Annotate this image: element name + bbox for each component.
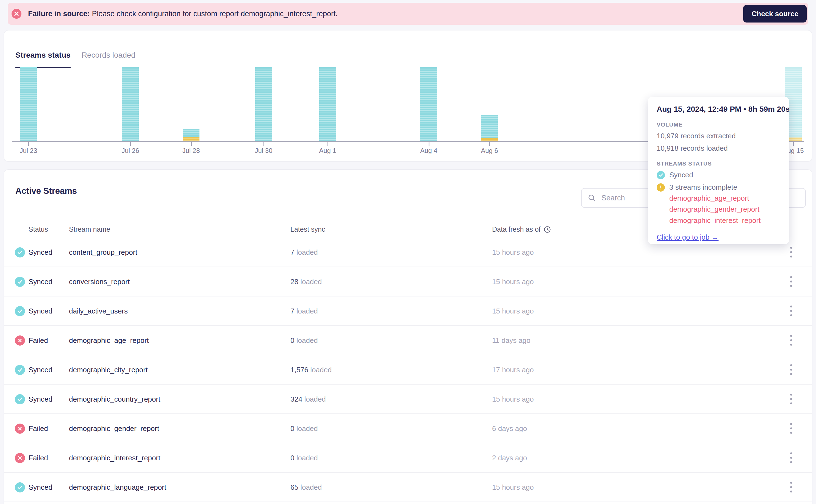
chart-bar-warning-segment xyxy=(481,138,498,141)
latest-sync-value: 0 loaded xyxy=(291,453,318,462)
axis-tick-label: Jul 26 xyxy=(121,147,139,155)
data-fresh-value: 15 hours ago xyxy=(492,395,534,403)
latest-sync-value: 324 loaded xyxy=(291,395,326,403)
incomplete-stream-link[interactable]: demographic_gender_report xyxy=(669,204,780,215)
row-menu-button[interactable] xyxy=(784,362,798,378)
chart-bar[interactable] xyxy=(122,67,139,141)
axis-tick-label: Jul 30 xyxy=(255,147,272,155)
status-label: Failed xyxy=(29,453,48,462)
status-badge-icon xyxy=(15,365,25,375)
data-fresh-value: 11 days ago xyxy=(492,336,530,345)
table-row: Synced demographic_country_report 324 lo… xyxy=(4,385,812,414)
latest-sync-value: 1,576 loaded xyxy=(291,365,332,374)
synced-check-icon xyxy=(657,171,665,179)
data-fresh-value: 15 hours ago xyxy=(492,248,534,256)
chart-bar[interactable] xyxy=(255,67,272,141)
axis-tick xyxy=(28,142,29,146)
status-label: Failed xyxy=(29,424,48,433)
chart-bar[interactable] xyxy=(319,67,336,141)
check-source-button[interactable]: Check source xyxy=(743,5,807,23)
row-menu-button[interactable] xyxy=(784,391,798,407)
data-fresh-value: 15 hours ago xyxy=(492,483,534,491)
table-row: Synced conversions_report 28 loaded 15 h… xyxy=(4,267,812,296)
axis-tick xyxy=(264,142,264,146)
records-loaded: 10,918 records loaded xyxy=(657,144,780,153)
status-badge-icon xyxy=(15,453,25,463)
col-status: Status xyxy=(29,225,48,233)
error-icon xyxy=(12,9,21,19)
data-fresh-value: 15 hours ago xyxy=(492,277,534,286)
status-badge-icon xyxy=(15,306,25,316)
stream-name: demographic_country_report xyxy=(69,395,160,403)
col-data-fresh: Data fresh as of xyxy=(492,225,551,233)
incomplete-stream-list: demographic_age_reportdemographic_gender… xyxy=(669,193,780,226)
col-latest-sync: Latest sync xyxy=(291,225,325,233)
row-menu-button[interactable] xyxy=(784,332,798,349)
status-label: Synced xyxy=(29,248,52,256)
row-menu-button[interactable] xyxy=(784,450,798,466)
chart-bar[interactable] xyxy=(481,115,498,141)
streams-status-label: STREAMS STATUS xyxy=(657,160,780,167)
chart-bar-warning-segment xyxy=(183,137,199,141)
chart-tooltip: Aug 15, 2024, 12:49 PM • 8h 59m 20s VOLU… xyxy=(648,97,789,244)
latest-sync-value: 7 loaded xyxy=(291,307,318,315)
stream-name: demographic_age_report xyxy=(69,336,149,345)
status-label: Synced xyxy=(29,483,52,491)
status-badge-icon xyxy=(15,482,25,492)
status-badge-icon xyxy=(15,335,25,346)
latest-sync-value: 7 loaded xyxy=(291,248,318,256)
data-fresh-value: 17 hours ago xyxy=(492,365,534,374)
latest-sync-value: 65 loaded xyxy=(291,483,322,491)
records-extracted: 10,979 records extracted xyxy=(657,132,780,140)
status-label: Synced xyxy=(29,365,52,374)
status-label: Synced xyxy=(29,395,52,403)
axis-tick xyxy=(793,142,794,146)
axis-tick-label: Aug 4 xyxy=(420,147,437,155)
row-menu-button[interactable] xyxy=(784,303,798,319)
axis-tick-label: Aug 6 xyxy=(481,147,498,155)
data-fresh-value: 6 days ago xyxy=(492,424,527,433)
row-menu-button[interactable] xyxy=(784,244,798,261)
status-label: Synced xyxy=(29,277,52,286)
incomplete-status-text: 3 streams incomplete xyxy=(669,183,737,192)
chart-bar[interactable] xyxy=(20,67,37,141)
stream-name: demographic_gender_report xyxy=(69,424,159,433)
incomplete-status-row: ! 3 streams incomplete xyxy=(657,183,780,192)
latest-sync-value: 28 loaded xyxy=(291,277,322,286)
axis-tick xyxy=(489,142,490,146)
row-menu-button[interactable] xyxy=(784,273,798,290)
axis-tick xyxy=(191,142,192,146)
status-badge-icon xyxy=(15,394,25,404)
table-row: Synced demographic_language_report 65 lo… xyxy=(4,473,812,502)
incomplete-stream-link[interactable]: demographic_interest_report xyxy=(669,215,780,226)
clock-icon xyxy=(544,226,551,233)
synced-status-row: Synced xyxy=(657,171,780,179)
error-banner: Failure in source: Please check configur… xyxy=(8,3,808,25)
stream-name: daily_active_users xyxy=(69,307,128,315)
incomplete-stream-link[interactable]: demographic_age_report xyxy=(669,193,780,204)
stream-name: conversions_report xyxy=(69,277,130,286)
volume-label: VOLUME xyxy=(657,121,780,128)
tooltip-title: Aug 15, 2024, 12:49 PM • 8h 59m 20s xyxy=(657,105,780,114)
table-row: Failed demographic_gender_report 0 loade… xyxy=(4,414,812,443)
chart-bar[interactable] xyxy=(183,129,199,141)
axis-tick xyxy=(429,142,429,146)
warning-icon: ! xyxy=(657,183,665,192)
status-badge-icon xyxy=(15,277,25,287)
stream-name: demographic_interest_report xyxy=(69,453,160,462)
latest-sync-value: 0 loaded xyxy=(291,336,318,345)
latest-sync-value: 0 loaded xyxy=(291,424,318,433)
chart-bar[interactable] xyxy=(420,67,437,141)
section-title: Active Streams xyxy=(15,186,77,196)
row-menu-button[interactable] xyxy=(784,479,798,495)
status-badge-icon xyxy=(15,247,25,257)
go-to-job-link[interactable]: Click to go to job → xyxy=(657,233,719,242)
table-row: Synced demographic_city_report 1,576 loa… xyxy=(4,355,812,385)
axis-tick-label: Aug 1 xyxy=(319,147,336,155)
search-icon xyxy=(588,194,596,202)
status-badge-icon xyxy=(15,424,25,434)
synced-status-text: Synced xyxy=(669,171,693,179)
stream-name: content_group_report xyxy=(69,248,137,256)
axis-tick xyxy=(328,142,328,146)
row-menu-button[interactable] xyxy=(784,420,798,437)
